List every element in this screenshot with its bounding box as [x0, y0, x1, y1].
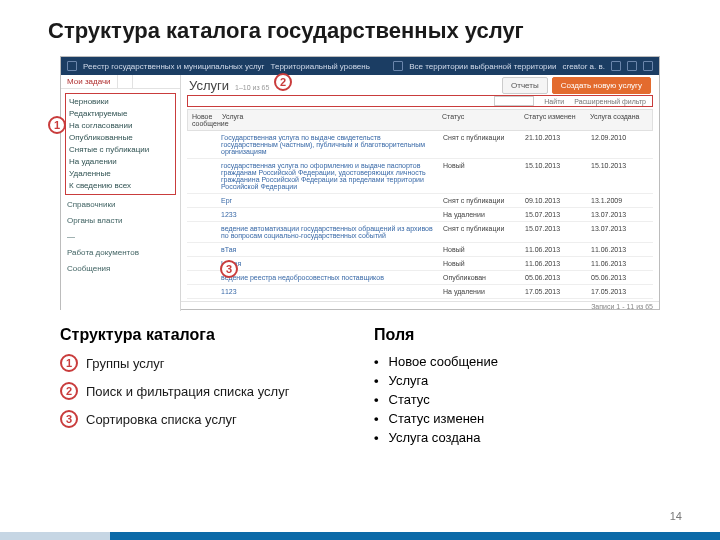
- sidebar-group-services: Черновики Редактируемые На согласовании …: [65, 93, 176, 195]
- slide-title: Структура каталога государственных услуг: [48, 18, 672, 44]
- table-row[interactable]: ведение автоматизации государственных об…: [187, 222, 653, 243]
- field-item: Услуга: [389, 373, 429, 388]
- sidebar-item[interactable]: Редактируемые: [69, 108, 172, 120]
- th-changed[interactable]: Статус изменен: [520, 110, 586, 130]
- sidebar-item[interactable]: Черновики: [69, 96, 172, 108]
- sidebar-section[interactable]: Работа документов: [67, 247, 174, 259]
- sidebar-item[interactable]: На удалении: [69, 156, 172, 168]
- user-label: creator a. в.: [563, 62, 606, 71]
- th-service[interactable]: Услуга: [218, 110, 438, 130]
- th-created[interactable]: Услуга создана: [586, 110, 652, 130]
- sidebar-tabs: Мои задачи: [61, 75, 180, 89]
- bullet-icon: •: [374, 354, 379, 369]
- legend-badge: 2: [60, 382, 78, 400]
- table-row[interactable]: 1233На удалении15.07.201313.07.2013: [187, 208, 653, 222]
- table-header[interactable]: Новое сообщение Услуга Статус Статус изм…: [187, 109, 653, 131]
- legend-badge: 1: [60, 354, 78, 372]
- legend-right-title: Поля: [374, 326, 660, 344]
- app-context: Территориальный уровень: [271, 62, 370, 71]
- legend-text: Поиск и фильтрация списка услуг: [86, 384, 289, 399]
- legend-badge: 3: [60, 410, 78, 428]
- field-item: Статус изменен: [389, 411, 485, 426]
- sidebar-item[interactable]: Удаленные: [69, 168, 172, 180]
- logout-icon[interactable]: [643, 61, 653, 71]
- sidebar-item[interactable]: Опубликованные: [69, 132, 172, 144]
- page-number: 14: [670, 510, 682, 522]
- callout-marker-3: 3: [220, 260, 238, 278]
- main-panel: Услуги 1–10 из 65 Отчеты Создать новую у…: [181, 75, 659, 311]
- bullet-icon: •: [374, 430, 379, 445]
- page-title: Услуги: [189, 78, 229, 93]
- table-row[interactable]: ведение реестра недобросовестных поставщ…: [187, 271, 653, 285]
- table-row[interactable]: вТаяНовый11.06.201311.06.2013: [187, 243, 653, 257]
- legend-structure: Структура каталога 1Группы услуг 2Поиск …: [60, 326, 346, 449]
- app-logo-icon: [67, 61, 77, 71]
- th-new[interactable]: Новое сообщение: [188, 110, 218, 130]
- bullet-icon: •: [374, 392, 379, 407]
- sidebar-section[interactable]: Органы власти: [67, 215, 174, 227]
- table-row[interactable]: ЕргСнят с публикации09.10.201313.1.2009: [187, 194, 653, 208]
- settings-icon[interactable]: [627, 61, 637, 71]
- sidebar-tab-active[interactable]: Мои задачи: [61, 75, 118, 88]
- th-status[interactable]: Статус: [438, 110, 520, 130]
- reports-button[interactable]: Отчеты: [502, 77, 548, 94]
- sidebar-section[interactable]: Сообщения: [67, 263, 174, 275]
- territory-label: Все территории выбранной территории: [409, 62, 556, 71]
- help-icon[interactable]: [611, 61, 621, 71]
- table-footer: Записи 1 - 11 из 65: [181, 301, 659, 311]
- app-topbar: Реестр государственных и муниципальных у…: [61, 57, 659, 75]
- create-service-button[interactable]: Создать новую услугу: [552, 77, 651, 94]
- legend-text: Сортировка списка услуг: [86, 412, 237, 427]
- field-item: Новое сообщение: [389, 354, 498, 369]
- table-row[interactable]: НоваяНовый11.06.201311.06.2013: [187, 257, 653, 271]
- field-item: Услуга создана: [389, 430, 481, 445]
- callout-marker-1: 1: [48, 116, 66, 134]
- legend-text: Группы услуг: [86, 356, 165, 371]
- home-icon[interactable]: [393, 61, 403, 71]
- app-screenshot: Реестр государственных и муниципальных у…: [60, 56, 660, 310]
- slide-footer-bar: [0, 532, 720, 540]
- table-row[interactable]: государственная услуга по оформлению и в…: [187, 159, 653, 194]
- table-row[interactable]: Государственная услуга по выдаче свидете…: [187, 131, 653, 159]
- sidebar-item[interactable]: К сведению всех: [69, 180, 172, 192]
- page-count: 1–10 из 65: [235, 84, 269, 91]
- legend-left-title: Структура каталога: [60, 326, 346, 344]
- bullet-icon: •: [374, 411, 379, 426]
- callout-marker-2: 2: [274, 73, 292, 91]
- sidebar: Мои задачи Черновики Редактируемые На со…: [61, 75, 181, 311]
- sidebar-item[interactable]: На согласовании: [69, 120, 172, 132]
- app-name: Реестр государственных и муниципальных у…: [83, 62, 265, 71]
- filter-bar: Найти Расширенный фильтр: [187, 95, 653, 107]
- sidebar-item[interactable]: Снятые с публикации: [69, 144, 172, 156]
- sidebar-section[interactable]: —: [67, 231, 174, 243]
- table-row[interactable]: 1123На удалении17.05.201317.05.2013: [187, 285, 653, 299]
- services-table: Новое сообщение Услуга Статус Статус изм…: [187, 109, 653, 299]
- adv-filter-link[interactable]: Расширенный фильтр: [574, 98, 646, 105]
- sidebar-section[interactable]: Справочники: [67, 199, 174, 211]
- sidebar-tab-other[interactable]: [118, 75, 133, 88]
- field-item: Статус: [389, 392, 430, 407]
- legend-fields: Поля •Новое сообщение •Услуга •Статус •С…: [374, 326, 660, 449]
- search-button[interactable]: Найти: [544, 98, 564, 105]
- bullet-icon: •: [374, 373, 379, 388]
- search-input[interactable]: [494, 96, 534, 106]
